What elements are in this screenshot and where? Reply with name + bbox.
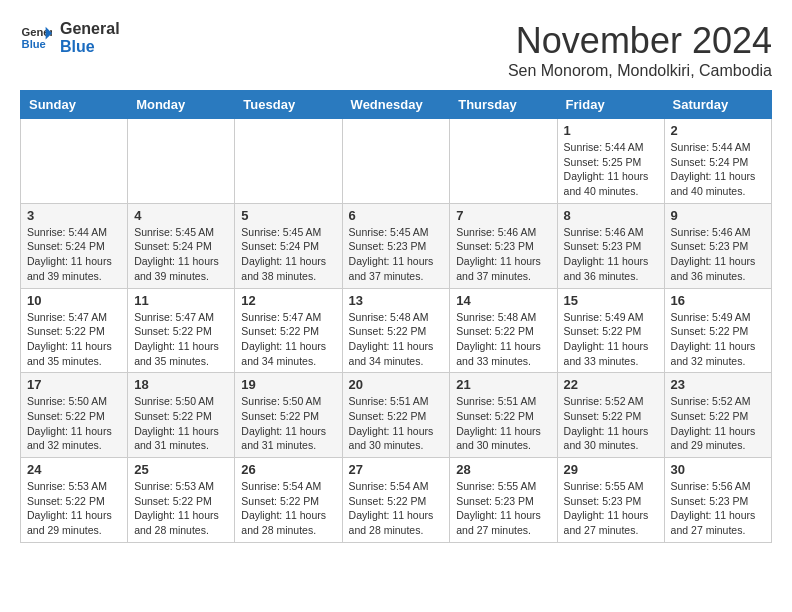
day-info: Sunrise: 5:47 AM Sunset: 5:22 PM Dayligh… xyxy=(134,310,228,369)
calendar-cell: 19Sunrise: 5:50 AM Sunset: 5:22 PM Dayli… xyxy=(235,373,342,458)
day-number: 24 xyxy=(27,462,121,477)
day-number: 26 xyxy=(241,462,335,477)
day-number: 5 xyxy=(241,208,335,223)
day-number: 12 xyxy=(241,293,335,308)
page-header: General Blue General Blue November 2024 … xyxy=(20,20,772,80)
day-number: 6 xyxy=(349,208,444,223)
day-number: 14 xyxy=(456,293,550,308)
calendar-week-row: 1Sunrise: 5:44 AM Sunset: 5:25 PM Daylig… xyxy=(21,119,772,204)
day-number: 23 xyxy=(671,377,765,392)
weekday-header-saturday: Saturday xyxy=(664,91,771,119)
calendar-cell: 14Sunrise: 5:48 AM Sunset: 5:22 PM Dayli… xyxy=(450,288,557,373)
day-number: 20 xyxy=(349,377,444,392)
logo-general: General xyxy=(60,20,120,38)
day-info: Sunrise: 5:48 AM Sunset: 5:22 PM Dayligh… xyxy=(349,310,444,369)
calendar-cell: 21Sunrise: 5:51 AM Sunset: 5:22 PM Dayli… xyxy=(450,373,557,458)
day-info: Sunrise: 5:53 AM Sunset: 5:22 PM Dayligh… xyxy=(134,479,228,538)
day-number: 1 xyxy=(564,123,658,138)
calendar-cell: 17Sunrise: 5:50 AM Sunset: 5:22 PM Dayli… xyxy=(21,373,128,458)
calendar-cell: 3Sunrise: 5:44 AM Sunset: 5:24 PM Daylig… xyxy=(21,203,128,288)
calendar-cell: 28Sunrise: 5:55 AM Sunset: 5:23 PM Dayli… xyxy=(450,458,557,543)
calendar-cell xyxy=(128,119,235,204)
day-info: Sunrise: 5:45 AM Sunset: 5:24 PM Dayligh… xyxy=(241,225,335,284)
calendar-cell: 9Sunrise: 5:46 AM Sunset: 5:23 PM Daylig… xyxy=(664,203,771,288)
day-info: Sunrise: 5:52 AM Sunset: 5:22 PM Dayligh… xyxy=(671,394,765,453)
day-info: Sunrise: 5:48 AM Sunset: 5:22 PM Dayligh… xyxy=(456,310,550,369)
weekday-header-monday: Monday xyxy=(128,91,235,119)
weekday-header-thursday: Thursday xyxy=(450,91,557,119)
day-number: 8 xyxy=(564,208,658,223)
calendar-cell xyxy=(235,119,342,204)
day-number: 4 xyxy=(134,208,228,223)
day-number: 11 xyxy=(134,293,228,308)
day-info: Sunrise: 5:47 AM Sunset: 5:22 PM Dayligh… xyxy=(27,310,121,369)
calendar-cell: 1Sunrise: 5:44 AM Sunset: 5:25 PM Daylig… xyxy=(557,119,664,204)
day-number: 29 xyxy=(564,462,658,477)
day-number: 9 xyxy=(671,208,765,223)
day-number: 22 xyxy=(564,377,658,392)
calendar-cell: 29Sunrise: 5:55 AM Sunset: 5:23 PM Dayli… xyxy=(557,458,664,543)
day-number: 16 xyxy=(671,293,765,308)
day-number: 17 xyxy=(27,377,121,392)
calendar-cell: 7Sunrise: 5:46 AM Sunset: 5:23 PM Daylig… xyxy=(450,203,557,288)
calendar-cell: 22Sunrise: 5:52 AM Sunset: 5:22 PM Dayli… xyxy=(557,373,664,458)
day-number: 15 xyxy=(564,293,658,308)
calendar-cell: 25Sunrise: 5:53 AM Sunset: 5:22 PM Dayli… xyxy=(128,458,235,543)
calendar-cell: 16Sunrise: 5:49 AM Sunset: 5:22 PM Dayli… xyxy=(664,288,771,373)
weekday-header-friday: Friday xyxy=(557,91,664,119)
calendar-week-row: 10Sunrise: 5:47 AM Sunset: 5:22 PM Dayli… xyxy=(21,288,772,373)
day-number: 25 xyxy=(134,462,228,477)
calendar-cell xyxy=(342,119,450,204)
day-info: Sunrise: 5:45 AM Sunset: 5:23 PM Dayligh… xyxy=(349,225,444,284)
day-number: 2 xyxy=(671,123,765,138)
calendar-cell: 18Sunrise: 5:50 AM Sunset: 5:22 PM Dayli… xyxy=(128,373,235,458)
day-info: Sunrise: 5:46 AM Sunset: 5:23 PM Dayligh… xyxy=(671,225,765,284)
weekday-header-wednesday: Wednesday xyxy=(342,91,450,119)
day-info: Sunrise: 5:55 AM Sunset: 5:23 PM Dayligh… xyxy=(564,479,658,538)
title-block: November 2024 Sen Monorom, Mondolkiri, C… xyxy=(508,20,772,80)
weekday-header-tuesday: Tuesday xyxy=(235,91,342,119)
calendar-cell: 20Sunrise: 5:51 AM Sunset: 5:22 PM Dayli… xyxy=(342,373,450,458)
day-info: Sunrise: 5:52 AM Sunset: 5:22 PM Dayligh… xyxy=(564,394,658,453)
calendar-cell: 15Sunrise: 5:49 AM Sunset: 5:22 PM Dayli… xyxy=(557,288,664,373)
day-number: 30 xyxy=(671,462,765,477)
day-info: Sunrise: 5:51 AM Sunset: 5:22 PM Dayligh… xyxy=(456,394,550,453)
logo-blue: Blue xyxy=(60,38,120,56)
calendar-header-row: SundayMondayTuesdayWednesdayThursdayFrid… xyxy=(21,91,772,119)
day-number: 18 xyxy=(134,377,228,392)
calendar-cell: 30Sunrise: 5:56 AM Sunset: 5:23 PM Dayli… xyxy=(664,458,771,543)
day-info: Sunrise: 5:54 AM Sunset: 5:22 PM Dayligh… xyxy=(241,479,335,538)
weekday-header-sunday: Sunday xyxy=(21,91,128,119)
calendar-cell: 6Sunrise: 5:45 AM Sunset: 5:23 PM Daylig… xyxy=(342,203,450,288)
day-number: 3 xyxy=(27,208,121,223)
day-number: 21 xyxy=(456,377,550,392)
day-number: 10 xyxy=(27,293,121,308)
svg-text:Blue: Blue xyxy=(22,37,46,49)
day-info: Sunrise: 5:56 AM Sunset: 5:23 PM Dayligh… xyxy=(671,479,765,538)
day-info: Sunrise: 5:46 AM Sunset: 5:23 PM Dayligh… xyxy=(564,225,658,284)
calendar-cell: 4Sunrise: 5:45 AM Sunset: 5:24 PM Daylig… xyxy=(128,203,235,288)
day-info: Sunrise: 5:45 AM Sunset: 5:24 PM Dayligh… xyxy=(134,225,228,284)
calendar-cell: 27Sunrise: 5:54 AM Sunset: 5:22 PM Dayli… xyxy=(342,458,450,543)
calendar-cell: 2Sunrise: 5:44 AM Sunset: 5:24 PM Daylig… xyxy=(664,119,771,204)
day-info: Sunrise: 5:49 AM Sunset: 5:22 PM Dayligh… xyxy=(564,310,658,369)
calendar-cell: 8Sunrise: 5:46 AM Sunset: 5:23 PM Daylig… xyxy=(557,203,664,288)
location-subtitle: Sen Monorom, Mondolkiri, Cambodia xyxy=(508,62,772,80)
month-title: November 2024 xyxy=(508,20,772,62)
day-info: Sunrise: 5:53 AM Sunset: 5:22 PM Dayligh… xyxy=(27,479,121,538)
calendar-cell: 10Sunrise: 5:47 AM Sunset: 5:22 PM Dayli… xyxy=(21,288,128,373)
logo-icon: General Blue xyxy=(20,22,52,54)
day-number: 7 xyxy=(456,208,550,223)
calendar-cell: 23Sunrise: 5:52 AM Sunset: 5:22 PM Dayli… xyxy=(664,373,771,458)
calendar-cell: 5Sunrise: 5:45 AM Sunset: 5:24 PM Daylig… xyxy=(235,203,342,288)
day-number: 19 xyxy=(241,377,335,392)
calendar-cell xyxy=(450,119,557,204)
day-info: Sunrise: 5:46 AM Sunset: 5:23 PM Dayligh… xyxy=(456,225,550,284)
day-info: Sunrise: 5:54 AM Sunset: 5:22 PM Dayligh… xyxy=(349,479,444,538)
calendar-cell: 11Sunrise: 5:47 AM Sunset: 5:22 PM Dayli… xyxy=(128,288,235,373)
day-info: Sunrise: 5:50 AM Sunset: 5:22 PM Dayligh… xyxy=(134,394,228,453)
day-number: 13 xyxy=(349,293,444,308)
calendar-cell: 13Sunrise: 5:48 AM Sunset: 5:22 PM Dayli… xyxy=(342,288,450,373)
day-info: Sunrise: 5:50 AM Sunset: 5:22 PM Dayligh… xyxy=(27,394,121,453)
day-number: 28 xyxy=(456,462,550,477)
